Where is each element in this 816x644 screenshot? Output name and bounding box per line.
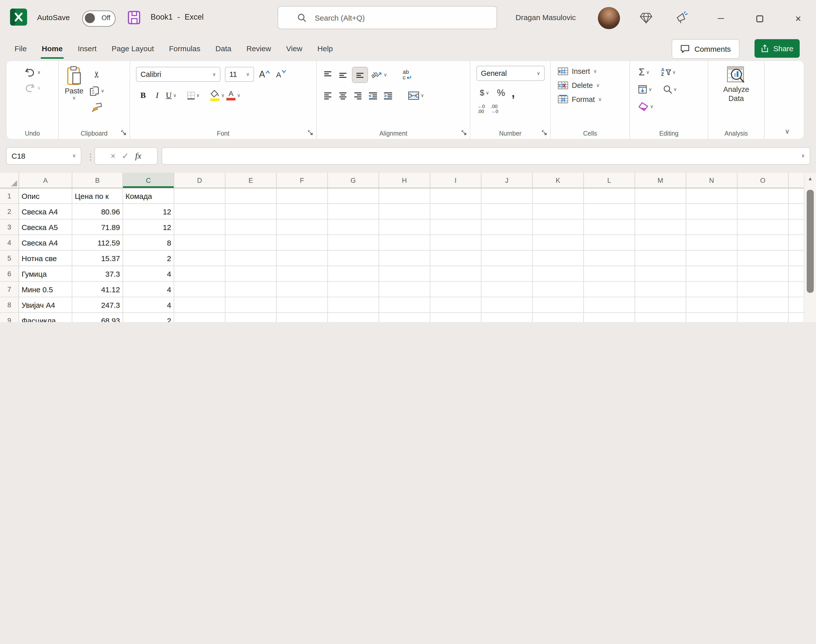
delete-cells-button[interactable]: Delete ∨ <box>558 81 629 90</box>
cell-D6[interactable] <box>174 266 225 282</box>
share-button[interactable]: Share <box>755 39 800 58</box>
cell-C2[interactable]: 12 <box>123 204 174 219</box>
formula-bar-grip-icon[interactable]: ⋮ <box>86 152 95 162</box>
cell-O7[interactable] <box>738 282 788 297</box>
column-header-B[interactable]: B <box>72 173 123 188</box>
cell-K8[interactable] <box>533 297 584 313</box>
cell-C1[interactable]: Комада <box>123 188 174 204</box>
vertical-scroll-thumb[interactable] <box>807 190 814 293</box>
increase-font-size-button[interactable]: A <box>259 68 271 81</box>
cell-A6[interactable]: Гумица <box>19 266 72 282</box>
undo-button[interactable]: ∨ <box>24 68 40 77</box>
cell-K2[interactable] <box>533 204 584 219</box>
find-select-button[interactable]: ∨ <box>663 83 677 96</box>
font-dialog-launcher-icon[interactable] <box>308 130 313 136</box>
percent-style-button[interactable]: % <box>497 87 505 98</box>
cell-B6[interactable]: 37.3 <box>72 266 123 282</box>
cell-I6[interactable] <box>430 266 481 282</box>
bottom-align-button-selected[interactable] <box>352 67 368 83</box>
column-header-A[interactable]: A <box>19 173 72 188</box>
tab-view[interactable]: View <box>279 37 310 60</box>
cell-A4[interactable]: Свеска А4 <box>19 235 72 251</box>
cell-I2[interactable] <box>430 204 481 219</box>
cell-E2[interactable] <box>225 204 277 219</box>
column-header-E[interactable]: E <box>225 173 277 188</box>
cell-H6[interactable] <box>379 266 430 282</box>
cell-N5[interactable] <box>686 251 738 266</box>
align-left-button[interactable] <box>322 89 334 102</box>
fill-down-button[interactable]: ∨ <box>638 83 652 96</box>
cell-O1[interactable] <box>738 188 788 204</box>
analyze-data-button[interactable]: Analyze Data <box>708 66 764 103</box>
merge-center-button[interactable]: ∨ <box>408 89 424 102</box>
tab-insert[interactable]: Insert <box>70 37 104 60</box>
font-size-combo[interactable]: 11 ∨ <box>225 67 254 82</box>
cell-N8[interactable] <box>686 297 738 313</box>
cancel-entry-icon[interactable]: × <box>111 152 115 161</box>
column-header-J[interactable]: J <box>481 173 533 188</box>
cell-K1[interactable] <box>533 188 584 204</box>
copy-button[interactable]: ∨ <box>89 84 104 97</box>
minimize-button[interactable]: ─ <box>713 11 729 26</box>
cell-E9[interactable] <box>225 313 277 322</box>
cell-C9[interactable]: 2 <box>123 313 174 322</box>
cell-M9[interactable] <box>635 313 686 322</box>
cell-K9[interactable] <box>533 313 584 322</box>
cell-I8[interactable] <box>430 297 481 313</box>
column-header-G[interactable]: G <box>328 173 379 188</box>
decrease-indent-button[interactable] <box>367 89 379 102</box>
decrease-decimal-button[interactable]: .00 →0 <box>491 104 499 114</box>
cell-I5[interactable] <box>430 251 481 266</box>
comma-style-button[interactable]: , <box>511 86 515 100</box>
cell-I9[interactable] <box>430 313 481 322</box>
increase-indent-button[interactable] <box>382 89 394 102</box>
top-align-button[interactable] <box>322 68 334 81</box>
cell-F2[interactable] <box>277 204 328 219</box>
cell-E6[interactable] <box>225 266 277 282</box>
vertical-scrollbar[interactable]: ▲ ▼ <box>804 173 816 322</box>
cell-B4[interactable]: 112.59 <box>72 235 123 251</box>
cell-I4[interactable] <box>430 235 481 251</box>
cell-B7[interactable]: 41.12 <box>72 282 123 297</box>
cell-N7[interactable] <box>686 282 738 297</box>
cell-C6[interactable]: 4 <box>123 266 174 282</box>
fill-color-button[interactable]: ∨ <box>210 89 224 102</box>
cell-K4[interactable] <box>533 235 584 251</box>
cell-M1[interactable] <box>635 188 686 204</box>
cell-G3[interactable] <box>328 219 379 235</box>
cell-G4[interactable] <box>328 235 379 251</box>
currency-format-button[interactable]: $ ∨ <box>478 86 490 100</box>
cell-I1[interactable] <box>430 188 481 204</box>
cell-O3[interactable] <box>738 219 788 235</box>
cell-L4[interactable] <box>584 235 635 251</box>
cell-C4[interactable]: 8 <box>123 235 174 251</box>
number-dialog-launcher-icon[interactable] <box>542 130 547 136</box>
save-icon[interactable] <box>127 11 141 25</box>
cell-D4[interactable] <box>174 235 225 251</box>
cell-K6[interactable] <box>533 266 584 282</box>
cell-N4[interactable] <box>686 235 738 251</box>
font-name-combo[interactable]: Calibri ∨ <box>136 67 220 82</box>
cell-J5[interactable] <box>481 251 533 266</box>
cell-A8[interactable]: Увијач А4 <box>19 297 72 313</box>
tab-formulas[interactable]: Formulas <box>161 37 208 60</box>
cell-J3[interactable] <box>481 219 533 235</box>
wrap-text-button[interactable]: ab c <box>401 68 413 81</box>
cell-G8[interactable] <box>328 297 379 313</box>
column-header-D[interactable]: D <box>174 173 225 188</box>
redo-button[interactable]: ∨ <box>24 83 40 93</box>
cell-J8[interactable] <box>481 297 533 313</box>
cell-E8[interactable] <box>225 297 277 313</box>
row-header-3[interactable]: 3 <box>0 219 19 235</box>
cell-D8[interactable] <box>174 297 225 313</box>
cell-E5[interactable] <box>225 251 277 266</box>
row-header-8[interactable]: 8 <box>0 297 19 313</box>
cell-F9[interactable] <box>277 313 328 322</box>
cell-D3[interactable] <box>174 219 225 235</box>
clipboard-dialog-launcher-icon[interactable] <box>121 130 127 136</box>
insert-function-icon[interactable]: fx <box>135 151 141 161</box>
cell-N9[interactable] <box>686 313 738 322</box>
cell-F1[interactable] <box>277 188 328 204</box>
cut-button[interactable]: ✂ <box>89 68 104 81</box>
cell-I3[interactable] <box>430 219 481 235</box>
